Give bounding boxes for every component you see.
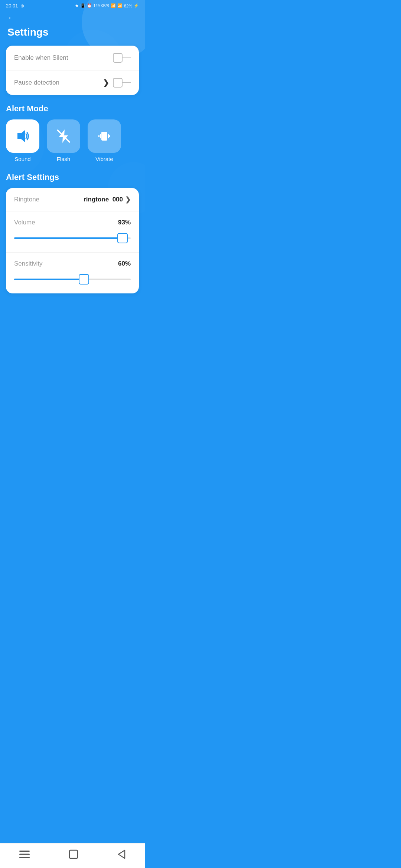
header-area: ← Settings [0,10,145,46]
ringtone-header: Ringtone ringtone_000 ❯ [14,195,131,204]
alert-mode-sound[interactable]: Sound [6,119,39,162]
alert-mode-title: Alert Mode [6,104,139,114]
volume-slider-container[interactable] [14,231,131,245]
alarm-icon: ⏰ [87,3,92,8]
ringtone-value-area[interactable]: ringtone_000 ❯ [84,195,131,204]
alert-mode-vibrate[interactable]: Vibrate [88,119,121,162]
signal-icon: 📶 [117,3,123,8]
alert-mode-flash[interactable]: Flash [47,119,80,162]
data-speed: 149 KB/S [94,4,109,8]
main-content: Enable when Silent Pause detection ❯ Ale… [0,46,145,325]
sensitivity-header: Sensitivity 60% [14,260,131,267]
general-settings-card: Enable when Silent Pause detection ❯ [6,46,139,95]
sensitivity-row: Sensitivity 60% [6,252,139,293]
svg-rect-7 [109,135,110,137]
status-icon-location: ⊕ [20,3,24,9]
ringtone-chevron: ❯ [125,195,131,204]
alert-settings-card: Ringtone ringtone_000 ❯ Volume 93% [6,188,139,293]
flash-icon [55,128,72,144]
pause-detection-right: ❯ [103,78,131,88]
volume-label: Volume [14,219,35,226]
wifi-icon: 📶 [111,3,116,8]
volume-slider-track [14,237,131,239]
flash-icon-box[interactable] [47,119,80,153]
ringtone-label: Ringtone [14,196,39,203]
bluetooth-icon: ★ [75,3,79,8]
svg-rect-3 [101,132,107,141]
pause-detection-chevron: ❯ [103,78,109,87]
charging-icon: ⚡ [134,3,139,8]
back-button[interactable]: ← [7,13,16,23]
vibrate-icon-box[interactable] [88,119,121,153]
page-title: Settings [7,26,137,38]
volume-slider-fill [14,237,123,239]
status-time-area: 20:01 ⊕ [6,3,24,9]
vibrate-label: Vibrate [95,156,113,162]
battery-level: 82% [124,4,132,8]
pause-detection-label: Pause detection [14,79,59,86]
sound-icon [14,128,31,144]
vibrate-icon: 📳 [80,3,85,8]
sound-icon-box[interactable] [6,119,39,153]
status-icons-area: ★ 📳 ⏰ 149 KB/S 📶 📶 82% ⚡ [75,3,139,8]
enable-silent-row[interactable]: Enable when Silent [6,46,139,70]
toggle-bar [123,57,131,58]
enable-silent-toggle[interactable] [113,53,131,63]
alert-mode-row: Sound Flash Vib [6,119,139,162]
sensitivity-value: 60% [118,260,131,267]
enable-silent-label: Enable when Silent [14,54,68,62]
volume-row: Volume 93% [6,211,139,252]
svg-rect-6 [98,135,100,137]
sound-label: Sound [14,156,30,162]
svg-rect-4 [100,134,101,138]
toggle-checkbox-pause[interactable] [113,78,123,88]
volume-value: 93% [118,219,131,226]
toggle-checkbox[interactable] [113,53,123,63]
volume-header: Volume 93% [14,219,131,226]
sensitivity-slider-fill [14,279,84,280]
sensitivity-slider-thumb[interactable] [79,274,89,285]
toggle-bar-pause [123,82,131,83]
flash-label: Flash [57,156,71,162]
sensitivity-slider-track [14,279,131,280]
sensitivity-slider-container[interactable] [14,273,131,286]
svg-marker-0 [17,130,25,142]
volume-slider-thumb[interactable] [117,233,128,243]
ringtone-value: ringtone_000 [84,196,123,203]
svg-rect-5 [108,134,109,138]
status-time: 20:01 [6,3,18,9]
alert-settings-title: Alert Settings [6,172,139,182]
pause-detection-row[interactable]: Pause detection ❯ [6,70,139,95]
vibrate-icon [96,128,113,144]
ringtone-row[interactable]: Ringtone ringtone_000 ❯ [6,188,139,211]
status-bar: 20:01 ⊕ ★ 📳 ⏰ 149 KB/S 📶 📶 82% ⚡ [0,0,145,10]
pause-detection-toggle[interactable] [113,78,131,88]
sensitivity-label: Sensitivity [14,260,43,267]
